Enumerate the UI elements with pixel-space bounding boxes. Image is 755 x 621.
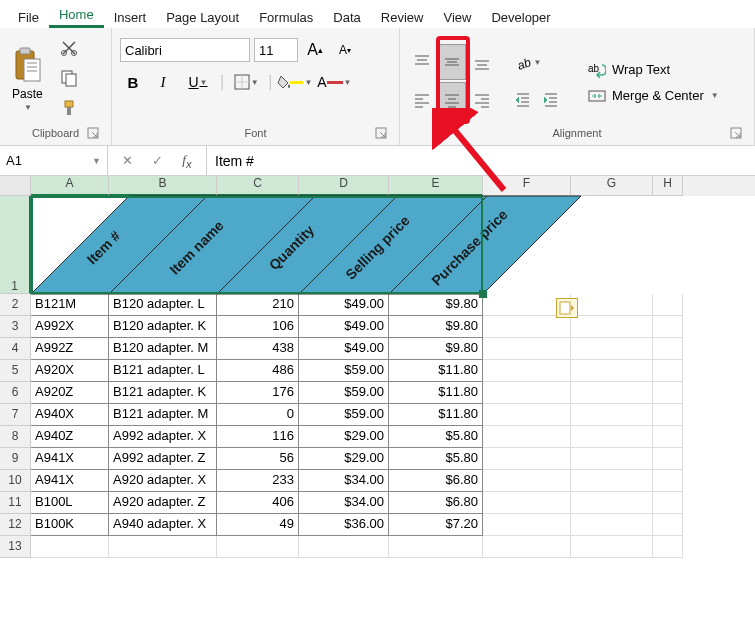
column-header[interactable]: D [299,176,389,196]
cell[interactable]: 406 [217,492,299,514]
cell[interactable] [571,382,653,404]
cell[interactable]: A920 adapter. X [109,470,217,492]
cell[interactable] [653,448,683,470]
cell[interactable]: $11.80 [389,404,483,426]
cell[interactable]: B121 adapter. M [109,404,217,426]
cell[interactable]: $36.00 [299,514,389,536]
cell[interactable]: 116 [217,426,299,448]
cell[interactable] [653,492,683,514]
increase-font-button[interactable]: A▴ [302,38,328,62]
row-header[interactable]: 9 [0,448,31,470]
orientation-button[interactable]: ab▼ [510,51,546,75]
tab-developer[interactable]: Developer [481,6,560,28]
wrap-text-button[interactable]: ab Wrap Text [588,62,719,78]
cell[interactable] [483,382,571,404]
cell[interactable]: $29.00 [299,426,389,448]
cell[interactable]: B120 adapter. L [109,294,217,316]
cell[interactable] [571,426,653,448]
cell[interactable] [109,536,217,558]
column-header[interactable]: E [389,176,483,196]
cell[interactable]: $11.80 [389,382,483,404]
tab-page-layout[interactable]: Page Layout [156,6,249,28]
tab-home[interactable]: Home [49,3,104,28]
row-header[interactable]: 12 [0,514,31,536]
format-painter-button[interactable] [57,99,81,121]
cell[interactable]: $6.80 [389,492,483,514]
cell[interactable]: $7.20 [389,514,483,536]
cell[interactable] [653,536,683,558]
cell[interactable]: 486 [217,360,299,382]
row-header[interactable]: 6 [0,382,31,404]
cell[interactable]: 438 [217,338,299,360]
row-header[interactable]: 2 [0,294,31,316]
cell[interactable]: B121 adapter. K [109,382,217,404]
column-header[interactable]: A [31,176,109,196]
row-header[interactable]: 10 [0,470,31,492]
cell[interactable]: A992X [31,316,109,338]
column-header[interactable]: H [653,176,683,196]
decrease-indent-button[interactable] [510,87,536,111]
align-middle-button[interactable] [438,44,466,80]
selection-handle[interactable] [479,290,487,298]
cell[interactable]: 176 [217,382,299,404]
font-size-input[interactable] [254,38,298,62]
cell[interactable]: 233 [217,470,299,492]
cell[interactable] [483,404,571,426]
cell[interactable] [571,514,653,536]
cell[interactable]: A940Z [31,426,109,448]
column-header[interactable]: G [571,176,653,196]
cell[interactable]: $5.80 [389,426,483,448]
paste-button[interactable]: Paste ▼ [8,43,47,116]
italic-button[interactable]: I [150,70,176,94]
cell[interactable]: $59.00 [299,382,389,404]
align-bottom-button[interactable] [468,44,496,80]
align-right-button[interactable] [468,82,496,118]
dialog-launcher-clipboard[interactable] [87,127,101,141]
cell[interactable]: $59.00 [299,404,389,426]
cell[interactable]: 210 [217,294,299,316]
cell[interactable]: B120 adapter. K [109,316,217,338]
cell[interactable] [571,338,653,360]
cell[interactable] [653,426,683,448]
cell[interactable]: A992 adapter. X [109,426,217,448]
cell[interactable]: A920X [31,360,109,382]
cell[interactable] [571,536,653,558]
row-header[interactable]: 1 [0,196,31,294]
underline-button[interactable]: U▼ [180,70,216,94]
cell[interactable] [653,360,683,382]
cell[interactable]: $11.80 [389,360,483,382]
column-header[interactable]: B [109,176,217,196]
cell[interactable]: $5.80 [389,448,483,470]
cell[interactable] [571,404,653,426]
cell[interactable] [571,448,653,470]
cell[interactable]: 106 [217,316,299,338]
cell[interactable] [653,316,683,338]
row-header[interactable]: 13 [0,536,31,558]
cell[interactable] [653,294,683,316]
insert-function-button[interactable]: fx [172,149,202,173]
cell[interactable]: A920 adapter. Z [109,492,217,514]
row-header[interactable]: 5 [0,360,31,382]
cell[interactable]: $59.00 [299,360,389,382]
cell[interactable]: B100K [31,514,109,536]
cell[interactable] [31,536,109,558]
cell[interactable]: B100L [31,492,109,514]
cell[interactable]: A941X [31,470,109,492]
cell[interactable]: A920Z [31,382,109,404]
row-header[interactable]: 7 [0,404,31,426]
cell[interactable] [571,492,653,514]
cell[interactable] [483,316,571,338]
dialog-launcher-font[interactable] [375,127,389,141]
cell[interactable] [483,426,571,448]
cell[interactable]: 49 [217,514,299,536]
fill-color-button[interactable]: ▼ [276,70,312,94]
row-header[interactable]: 3 [0,316,31,338]
tab-view[interactable]: View [433,6,481,28]
tab-data[interactable]: Data [323,6,370,28]
cell[interactable]: 56 [217,448,299,470]
cell[interactable] [483,470,571,492]
cell[interactable]: $49.00 [299,294,389,316]
cell[interactable] [653,514,683,536]
cell[interactable] [571,294,653,316]
cell[interactable] [653,404,683,426]
